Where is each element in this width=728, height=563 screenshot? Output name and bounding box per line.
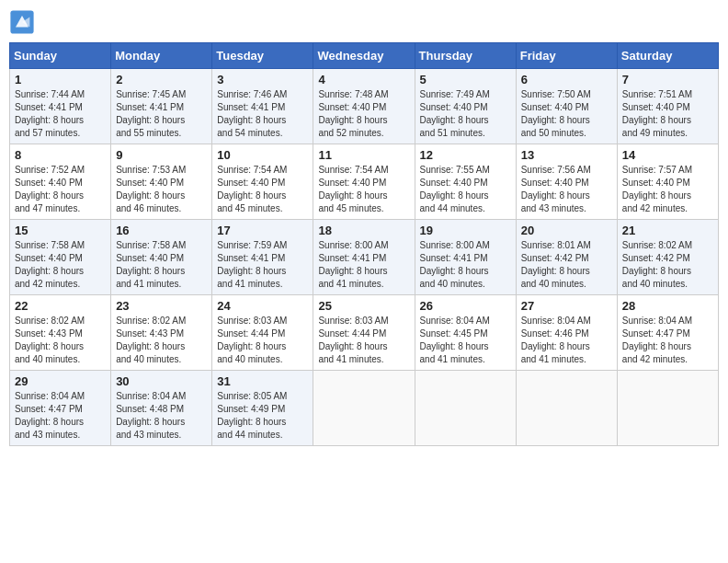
day-info: Sunrise: 7:57 AMSunset: 4:40 PMDaylight:… bbox=[622, 164, 713, 215]
header-cell-monday: Monday bbox=[111, 43, 212, 69]
day-info: Sunrise: 7:52 AMSunset: 4:40 PMDaylight:… bbox=[15, 164, 106, 215]
day-info: Sunrise: 8:04 AMSunset: 4:48 PMDaylight:… bbox=[116, 390, 207, 442]
calendar-cell-4-7: 28Sunrise: 8:04 AMSunset: 4:47 PMDayligh… bbox=[617, 295, 718, 371]
day-info: Sunrise: 7:58 AMSunset: 4:40 PMDaylight:… bbox=[116, 239, 207, 291]
calendar-cell-1-2: 2Sunrise: 7:45 AMSunset: 4:41 PMDaylight… bbox=[111, 69, 212, 144]
logo bbox=[9, 9, 39, 35]
day-number: 12 bbox=[420, 148, 511, 162]
day-number: 14 bbox=[622, 148, 713, 162]
day-number: 26 bbox=[420, 299, 511, 313]
day-info: Sunrise: 7:51 AMSunset: 4:40 PMDaylight:… bbox=[622, 88, 713, 140]
calendar-cell-5-2: 30Sunrise: 8:04 AMSunset: 4:48 PMDayligh… bbox=[111, 371, 212, 446]
day-info: Sunrise: 7:49 AMSunset: 4:40 PMDaylight:… bbox=[420, 88, 511, 140]
calendar-week-row-3: 15Sunrise: 7:58 AMSunset: 4:40 PMDayligh… bbox=[10, 220, 719, 295]
calendar-cell-5-6 bbox=[516, 371, 617, 446]
calendar-body: 1Sunrise: 7:44 AMSunset: 4:41 PMDaylight… bbox=[10, 69, 719, 446]
day-number: 6 bbox=[521, 73, 612, 86]
header-cell-tuesday: Tuesday bbox=[212, 43, 313, 69]
day-info: Sunrise: 8:04 AMSunset: 4:47 PMDaylight:… bbox=[622, 315, 713, 366]
day-info: Sunrise: 8:04 AMSunset: 4:45 PMDaylight:… bbox=[420, 315, 511, 366]
calendar-cell-1-7: 7Sunrise: 7:51 AMSunset: 4:40 PMDaylight… bbox=[617, 69, 718, 144]
calendar-cell-3-6: 20Sunrise: 8:01 AMSunset: 4:42 PMDayligh… bbox=[516, 220, 617, 295]
calendar-cell-1-5: 5Sunrise: 7:49 AMSunset: 4:40 PMDaylight… bbox=[415, 69, 516, 144]
day-info: Sunrise: 8:02 AMSunset: 4:43 PMDaylight:… bbox=[15, 315, 106, 366]
day-number: 20 bbox=[521, 224, 612, 237]
calendar-cell-1-4: 4Sunrise: 7:48 AMSunset: 4:40 PMDaylight… bbox=[313, 69, 415, 144]
day-number: 21 bbox=[622, 224, 713, 237]
day-number: 31 bbox=[217, 374, 308, 388]
calendar-cell-3-2: 16Sunrise: 7:58 AMSunset: 4:40 PMDayligh… bbox=[111, 220, 212, 295]
day-number: 10 bbox=[217, 148, 308, 162]
header-cell-friday: Friday bbox=[516, 43, 617, 69]
day-number: 7 bbox=[622, 73, 713, 86]
day-number: 8 bbox=[15, 148, 106, 162]
calendar-cell-5-5 bbox=[415, 371, 516, 446]
calendar-cell-2-7: 14Sunrise: 7:57 AMSunset: 4:40 PMDayligh… bbox=[617, 144, 718, 220]
calendar-week-row-1: 1Sunrise: 7:44 AMSunset: 4:41 PMDaylight… bbox=[10, 69, 719, 144]
day-number: 16 bbox=[116, 224, 207, 237]
day-info: Sunrise: 8:00 AMSunset: 4:41 PMDaylight:… bbox=[420, 239, 511, 291]
day-number: 28 bbox=[622, 299, 713, 313]
day-info: Sunrise: 8:04 AMSunset: 4:47 PMDaylight:… bbox=[15, 390, 106, 442]
day-number: 17 bbox=[217, 224, 308, 237]
header-cell-thursday: Thursday bbox=[415, 43, 516, 69]
day-number: 24 bbox=[217, 299, 308, 313]
calendar-cell-1-3: 3Sunrise: 7:46 AMSunset: 4:41 PMDaylight… bbox=[212, 69, 313, 144]
calendar-cell-2-6: 13Sunrise: 7:56 AMSunset: 4:40 PMDayligh… bbox=[516, 144, 617, 220]
page-header bbox=[9, 9, 719, 35]
calendar-cell-3-5: 19Sunrise: 8:00 AMSunset: 4:41 PMDayligh… bbox=[415, 220, 516, 295]
calendar-cell-4-2: 23Sunrise: 8:02 AMSunset: 4:43 PMDayligh… bbox=[111, 295, 212, 371]
day-info: Sunrise: 7:55 AMSunset: 4:40 PMDaylight:… bbox=[420, 164, 511, 215]
day-number: 11 bbox=[318, 148, 409, 162]
calendar-cell-1-1: 1Sunrise: 7:44 AMSunset: 4:41 PMDaylight… bbox=[10, 69, 111, 144]
header-cell-sunday: Sunday bbox=[10, 43, 111, 69]
calendar-cell-2-1: 8Sunrise: 7:52 AMSunset: 4:40 PMDaylight… bbox=[10, 144, 111, 220]
calendar-cell-2-2: 9Sunrise: 7:53 AMSunset: 4:40 PMDaylight… bbox=[111, 144, 212, 220]
day-number: 18 bbox=[318, 224, 409, 237]
day-info: Sunrise: 7:56 AMSunset: 4:40 PMDaylight:… bbox=[521, 164, 612, 215]
calendar-cell-5-3: 31Sunrise: 8:05 AMSunset: 4:49 PMDayligh… bbox=[212, 371, 313, 446]
calendar-cell-4-3: 24Sunrise: 8:03 AMSunset: 4:44 PMDayligh… bbox=[212, 295, 313, 371]
day-info: Sunrise: 7:58 AMSunset: 4:40 PMDaylight:… bbox=[15, 239, 106, 291]
day-number: 3 bbox=[217, 73, 308, 86]
calendar-cell-5-4 bbox=[313, 371, 415, 446]
calendar-cell-4-5: 26Sunrise: 8:04 AMSunset: 4:45 PMDayligh… bbox=[415, 295, 516, 371]
calendar-header-row: SundayMondayTuesdayWednesdayThursdayFrid… bbox=[10, 43, 719, 69]
day-info: Sunrise: 7:44 AMSunset: 4:41 PMDaylight:… bbox=[15, 88, 106, 140]
day-number: 22 bbox=[15, 299, 106, 313]
calendar-week-row-2: 8Sunrise: 7:52 AMSunset: 4:40 PMDaylight… bbox=[10, 144, 719, 220]
calendar-cell-2-4: 11Sunrise: 7:54 AMSunset: 4:40 PMDayligh… bbox=[313, 144, 415, 220]
calendar-table: SundayMondayTuesdayWednesdayThursdayFrid… bbox=[9, 42, 719, 446]
calendar-cell-5-1: 29Sunrise: 8:04 AMSunset: 4:47 PMDayligh… bbox=[10, 371, 111, 446]
calendar-cell-3-4: 18Sunrise: 8:00 AMSunset: 4:41 PMDayligh… bbox=[313, 220, 415, 295]
day-info: Sunrise: 7:50 AMSunset: 4:40 PMDaylight:… bbox=[521, 88, 612, 140]
day-number: 19 bbox=[420, 224, 511, 237]
day-info: Sunrise: 8:05 AMSunset: 4:49 PMDaylight:… bbox=[217, 390, 308, 442]
calendar-cell-3-3: 17Sunrise: 7:59 AMSunset: 4:41 PMDayligh… bbox=[212, 220, 313, 295]
header-cell-saturday: Saturday bbox=[617, 43, 718, 69]
calendar-cell-3-1: 15Sunrise: 7:58 AMSunset: 4:40 PMDayligh… bbox=[10, 220, 111, 295]
calendar-week-row-5: 29Sunrise: 8:04 AMSunset: 4:47 PMDayligh… bbox=[10, 371, 719, 446]
calendar-cell-2-3: 10Sunrise: 7:54 AMSunset: 4:40 PMDayligh… bbox=[212, 144, 313, 220]
header-cell-wednesday: Wednesday bbox=[313, 43, 415, 69]
logo-icon bbox=[9, 9, 35, 35]
day-number: 9 bbox=[116, 148, 207, 162]
day-info: Sunrise: 7:46 AMSunset: 4:41 PMDaylight:… bbox=[217, 88, 308, 140]
day-info: Sunrise: 7:54 AMSunset: 4:40 PMDaylight:… bbox=[217, 164, 308, 215]
day-info: Sunrise: 8:03 AMSunset: 4:44 PMDaylight:… bbox=[318, 315, 409, 366]
day-info: Sunrise: 8:03 AMSunset: 4:44 PMDaylight:… bbox=[217, 315, 308, 366]
day-info: Sunrise: 7:59 AMSunset: 4:41 PMDaylight:… bbox=[217, 239, 308, 291]
day-number: 25 bbox=[318, 299, 409, 313]
day-info: Sunrise: 8:02 AMSunset: 4:43 PMDaylight:… bbox=[116, 315, 207, 366]
calendar-cell-4-6: 27Sunrise: 8:04 AMSunset: 4:46 PMDayligh… bbox=[516, 295, 617, 371]
day-info: Sunrise: 8:04 AMSunset: 4:46 PMDaylight:… bbox=[521, 315, 612, 366]
day-number: 15 bbox=[15, 224, 106, 237]
day-info: Sunrise: 7:45 AMSunset: 4:41 PMDaylight:… bbox=[116, 88, 207, 140]
day-info: Sunrise: 8:02 AMSunset: 4:42 PMDaylight:… bbox=[622, 239, 713, 291]
day-number: 29 bbox=[15, 374, 106, 388]
calendar-cell-3-7: 21Sunrise: 8:02 AMSunset: 4:42 PMDayligh… bbox=[617, 220, 718, 295]
day-number: 23 bbox=[116, 299, 207, 313]
day-number: 4 bbox=[318, 73, 409, 86]
calendar-week-row-4: 22Sunrise: 8:02 AMSunset: 4:43 PMDayligh… bbox=[10, 295, 719, 371]
day-number: 13 bbox=[521, 148, 612, 162]
